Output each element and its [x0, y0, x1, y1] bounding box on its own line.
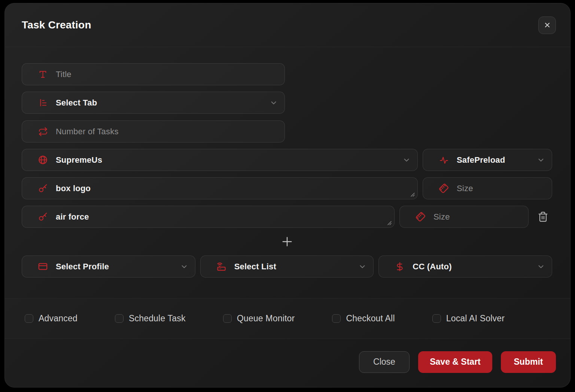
key-icon [38, 183, 48, 193]
title-input[interactable] [56, 70, 278, 79]
ruler-icon [416, 212, 426, 222]
close-icon [544, 21, 551, 29]
size-field-1[interactable] [423, 177, 552, 199]
checkbox-icon [25, 314, 33, 323]
page-title: Task Creation [22, 19, 91, 31]
size-field-2[interactable] [399, 206, 529, 228]
tab-select-value: Select Tab [56, 98, 97, 108]
checkbox-label: Checkout All [346, 313, 395, 324]
number-of-tasks-input[interactable] [56, 127, 278, 137]
site-row: SupremeUs SafePreload [22, 149, 552, 171]
checkbox-icon [332, 314, 341, 323]
cc-select[interactable]: CC (Auto) [378, 255, 552, 278]
close-footer-button[interactable]: Close [359, 351, 410, 373]
checkbox-checkout-all[interactable]: Checkout All [332, 313, 395, 324]
size-input-1[interactable] [457, 184, 545, 193]
keyword-input-2[interactable]: air force [56, 206, 387, 227]
title-field[interactable] [22, 63, 285, 85]
trash-icon [538, 211, 548, 223]
options-band: Advanced Schedule Task Queue Monitor Che… [5, 298, 570, 339]
resize-handle-icon [387, 221, 392, 225]
checkbox-advanced[interactable]: Advanced [25, 313, 77, 324]
checkbox-label: Local AI Solver [446, 313, 505, 324]
add-row-container [22, 234, 552, 249]
resize-handle-icon [410, 192, 415, 197]
number-of-tasks-field[interactable] [22, 120, 285, 143]
text-serif-icon [38, 69, 48, 79]
site-select-value: SupremeUs [56, 155, 102, 165]
router-wifi-icon [216, 261, 226, 272]
repeat-icon [38, 126, 48, 137]
checkbox-schedule-task[interactable]: Schedule Task [115, 313, 186, 324]
close-button[interactable] [538, 16, 556, 34]
task-creation-modal: Task Creation Select Tab [4, 3, 571, 388]
size-input-2[interactable] [433, 212, 521, 222]
activity-pulse-icon [439, 155, 449, 165]
profile-row: Select Profile Select List [22, 255, 552, 278]
save-and-start-button[interactable]: Save & Start [418, 351, 492, 373]
tab-select[interactable]: Select Tab [22, 92, 285, 114]
key-icon [38, 212, 48, 222]
checkbox-icon [223, 314, 232, 323]
keyword-field-2[interactable]: air force [22, 206, 395, 228]
proxy-list-select-value: Select List [234, 262, 276, 272]
mode-select[interactable]: SafePreload [423, 149, 552, 171]
modal-footer: Close Save & Start Submit [5, 339, 570, 387]
submit-button[interactable]: Submit [501, 351, 556, 373]
proxy-list-select[interactable]: Select List [200, 255, 374, 278]
chevron-down-icon [537, 263, 545, 271]
checkbox-icon [432, 314, 441, 323]
credit-card-icon [38, 261, 48, 272]
globe-icon [38, 155, 48, 165]
add-keyword-row-button[interactable] [280, 235, 294, 248]
list-tree-icon [38, 98, 48, 108]
profile-select[interactable]: Select Profile [22, 255, 195, 278]
checkbox-local-ai-solver[interactable]: Local AI Solver [432, 313, 505, 324]
keyword-field-1[interactable]: box logo [22, 177, 418, 199]
page-background: Task Creation Select Tab [0, 0, 575, 392]
delete-keyword-row-button[interactable] [533, 206, 552, 228]
chevron-down-icon [358, 263, 366, 271]
cc-select-value: CC (Auto) [413, 262, 451, 272]
modal-header: Task Creation [5, 3, 570, 47]
dollar-icon [395, 261, 405, 272]
form-body: Select Tab SupremeUs [5, 47, 570, 278]
keyword-row-2: air force [22, 206, 552, 228]
mode-select-value: SafePreload [457, 155, 505, 165]
checkbox-label: Advanced [39, 313, 77, 324]
site-select[interactable]: SupremeUs [22, 149, 418, 171]
keyword-input-1[interactable]: box logo [56, 178, 411, 199]
chevron-down-icon [180, 263, 188, 271]
chevron-down-icon [402, 156, 411, 164]
checkbox-queue-monitor[interactable]: Queue Monitor [223, 313, 295, 324]
keyword-row-1: box logo [22, 177, 552, 199]
chevron-down-icon [537, 156, 545, 164]
checkbox-label: Queue Monitor [237, 313, 295, 324]
plus-icon [280, 235, 294, 248]
ruler-icon [439, 183, 449, 193]
checkbox-label: Schedule Task [129, 313, 186, 324]
profile-select-value: Select Profile [56, 262, 109, 272]
checkbox-icon [115, 314, 124, 323]
chevron-down-icon [270, 99, 278, 107]
